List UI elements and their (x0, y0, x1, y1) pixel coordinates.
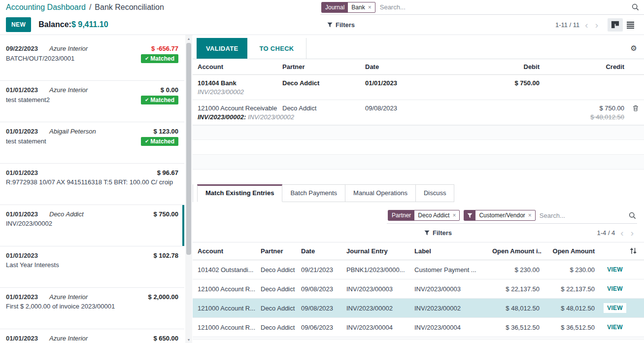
column-label[interactable]: Label (409, 247, 487, 255)
view-button[interactable]: VIEW (604, 322, 626, 332)
column-open-amount[interactable]: Open Amount (542, 247, 597, 255)
line-credit: $ 750.00 (542, 104, 627, 112)
column-journal-entry[interactable]: Journal Entry (341, 247, 409, 255)
search-icon[interactable] (629, 212, 636, 219)
column-open-amount-currency[interactable]: Open Amount i... (487, 247, 542, 255)
adjust-columns-icon[interactable] (626, 247, 640, 255)
bank-reconciliation-screen: Accounting Dashboard / Bank Reconciliati… (0, 0, 644, 343)
match-label: INV/2023/00003 (409, 285, 487, 293)
partner-filter-facet: Partner Deco Addict× (388, 210, 460, 221)
scrollbar-thumb[interactable] (186, 43, 191, 255)
column-partner[interactable]: Partner (256, 247, 296, 255)
statement-partner: Abigail Peterson (49, 127, 96, 137)
match-open-amount: $ 230.00 (542, 266, 597, 274)
match-filters-button[interactable]: Filters (424, 229, 452, 237)
column-date[interactable]: Date (296, 247, 341, 255)
line-reference: INV/2023/00002: INV/2023/00002 (193, 113, 459, 121)
line-partner: Deco Addict (277, 104, 360, 112)
view-button[interactable]: VIEW (604, 284, 626, 294)
match-pager-next-icon[interactable]: › (629, 228, 635, 238)
statement-line[interactable]: 01/01/2023 Azure Interior $ 650.00 (0, 329, 184, 343)
remove-facet-icon[interactable]: × (452, 212, 456, 218)
scrollbar[interactable]: ▲ ▼ (185, 35, 192, 343)
reconcile-line[interactable]: 121000 Account Receivable Deco Addict 09… (193, 100, 644, 125)
statement-line[interactable]: 01/01/2023 Azure Interior $ 2,000.00 Fir… (0, 288, 184, 329)
breadcrumb-separator: / (89, 3, 91, 12)
match-account: 121000 Account R... (193, 285, 256, 293)
match-search-bar[interactable]: Partner Deco Addict× Customer/Vendor× Se… (387, 208, 637, 224)
remove-facet-icon[interactable]: × (528, 212, 532, 218)
statement-partner: Deco Addict (49, 210, 84, 219)
pager-previous-icon[interactable]: ‹ (583, 20, 589, 30)
validate-button[interactable]: VALIDATE (197, 38, 247, 59)
match-search-row: Partner Deco Addict× Customer/Vendor× Se… (193, 208, 644, 224)
scroll-up-icon[interactable]: ▲ (185, 35, 192, 42)
customer-vendor-filter-facet: Customer/Vendor× (464, 210, 535, 221)
top-navbar: Accounting Dashboard / Bank Reconciliati… (0, 0, 644, 15)
match-pager-range: 1-4 / 4 (597, 229, 615, 237)
statement-date: 01/01/2023 (6, 86, 40, 95)
statement-line[interactable]: 09/22/2023 Azure Interior $ -656.77 BATC… (0, 39, 184, 81)
view-button[interactable]: VIEW (604, 265, 626, 274)
reconcile-panel: VALIDATE TO CHECK ⚙ Account Partner Date… (193, 35, 644, 343)
match-open-amount: $ 48,012.50 (542, 305, 597, 312)
breadcrumb-accounting-dashboard[interactable]: Accounting Dashboard (6, 3, 86, 12)
remove-facet-icon[interactable]: × (368, 4, 372, 10)
gear-icon[interactable]: ⚙ (631, 44, 644, 53)
match-pager-previous-icon[interactable]: ‹ (619, 228, 625, 238)
match-table-row[interactable]: 121000 Account R... Deco Addict 09/06/20… (193, 318, 644, 337)
match-filters-row: Filters 1-4 / 4 ‹ › (193, 224, 644, 242)
match-date: 09/21/2023 (296, 266, 341, 274)
filters-button[interactable]: Filters (327, 21, 355, 29)
match-search-input[interactable]: Search... (540, 212, 565, 219)
statement-line[interactable]: 01/01/2023 Abigail Peterson $ 123.00 tes… (0, 122, 184, 164)
statement-line[interactable]: 01/01/2023 Azure Interior $ 0.00 test st… (0, 81, 184, 122)
line-account: 101404 Bank (193, 79, 277, 87)
list-view-icon[interactable] (623, 19, 638, 31)
column-credit: Credit (542, 63, 627, 70)
match-open-amount-currency: $ 48,012.50 (487, 305, 542, 312)
match-open-amount-currency: $ 230.00 (487, 266, 542, 274)
view-switcher (608, 18, 638, 32)
empty-row (193, 125, 644, 140)
empty-row (193, 140, 644, 155)
match-table-row[interactable]: 121000 Account R... Deco Addict 09/08/20… (193, 299, 644, 318)
kanban-view-icon[interactable] (608, 18, 623, 32)
statement-line[interactable]: 01/01/2023 $ 102.78 Last Year Interests (0, 246, 184, 288)
facet-label: Journal (322, 2, 348, 12)
notebook-tab[interactable]: Batch Payments (282, 184, 345, 202)
line-debit: $ 750.00 (459, 79, 542, 87)
column-account[interactable]: Account (193, 247, 256, 255)
search-input[interactable]: Search... (380, 3, 406, 11)
check-icon: ✔ (145, 97, 149, 103)
reconcile-line[interactable]: 101404 Bank Deco Addict 01/01/2023 $ 750… (193, 75, 644, 100)
matched-badge: ✔Matched (141, 54, 178, 63)
line-date: 01/01/2023 (360, 79, 459, 87)
notebook-tab[interactable]: Discuss (416, 184, 455, 202)
view-button[interactable]: VIEW (604, 303, 626, 313)
statement-line[interactable]: 01/01/2023 Deco Addict $ 750.00 INV/2023… (0, 205, 184, 246)
notebook-tab[interactable]: Manual Operations (345, 184, 416, 202)
trash-icon[interactable] (633, 105, 639, 111)
new-button[interactable]: NEW (6, 17, 31, 32)
match-date: 09/06/2023 (296, 324, 341, 331)
notebook-tab[interactable]: Match Existing Entries (197, 184, 282, 202)
statement-amount: $ 96.67 (157, 169, 178, 178)
scroll-down-icon[interactable]: ▼ (185, 336, 192, 343)
statement-date: 01/01/2023 (6, 251, 40, 261)
line-date: 09/08/2023 (360, 104, 459, 112)
statement-amount: $ 102.78 (153, 251, 178, 261)
statement-line[interactable]: 01/01/2023 $ 96.67 R:9772938 10/07 AX 94… (0, 164, 184, 205)
search-icon[interactable] (632, 3, 639, 11)
match-partner: Deco Addict (256, 285, 296, 293)
breadcrumb-current-page: Bank Reconciliation (95, 3, 164, 12)
statement-date: 01/01/2023 (6, 169, 40, 178)
match-table-row[interactable]: 121000 Account R... Deco Addict 09/08/20… (193, 279, 644, 299)
to-check-button[interactable]: TO CHECK (247, 38, 306, 59)
pager-next-icon[interactable]: › (594, 20, 600, 30)
match-table-row[interactable]: 101402 Outstandi... Deco Addict 09/21/20… (193, 260, 644, 279)
reconcile-actions: VALIDATE TO CHECK ⚙ (193, 38, 644, 59)
statement-amount: $ 0.00 (161, 86, 178, 95)
column-debit: Debit (459, 63, 542, 70)
global-search-bar[interactable]: Journal Bank× Search... (320, 0, 644, 15)
